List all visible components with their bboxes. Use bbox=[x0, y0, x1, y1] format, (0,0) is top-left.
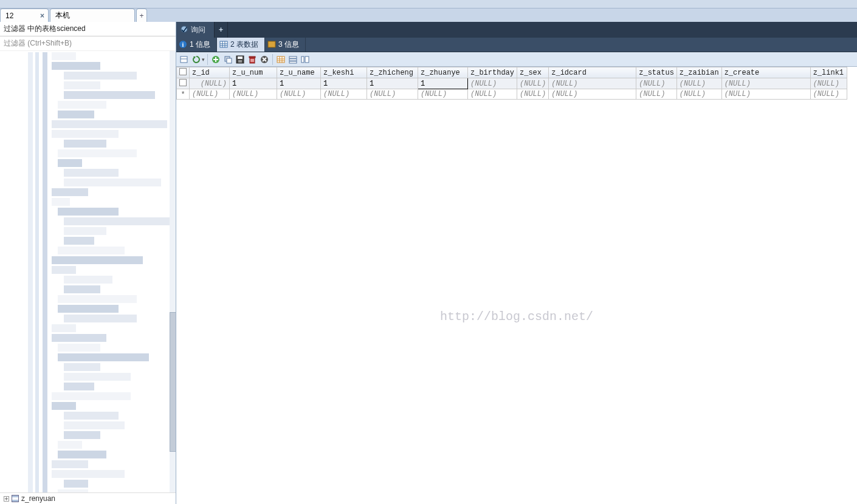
limit-rows-button[interactable] bbox=[179, 54, 190, 65]
duplicate-row-button[interactable] bbox=[222, 54, 233, 65]
svg-text:i: i bbox=[182, 41, 184, 48]
cell[interactable]: (NULL) bbox=[367, 89, 418, 100]
cell[interactable]: (NULL) bbox=[676, 89, 721, 100]
table-icon bbox=[12, 495, 19, 502]
info-icon: i bbox=[179, 40, 187, 49]
subtab-info3[interactable]: 3 信息 bbox=[265, 38, 306, 52]
row-marker[interactable] bbox=[177, 78, 190, 89]
app-icon-toolbar bbox=[0, 0, 857, 9]
query-tabs: 询问 + bbox=[176, 22, 857, 38]
sidebar-header: 过滤器 中的表格scienced bbox=[0, 22, 176, 36]
sidebar: 过滤器 中的表格scienced 过滤器 (Ctrl+Shift+B) + z_… bbox=[0, 22, 176, 504]
cell[interactable]: (NULL) bbox=[636, 78, 677, 89]
query-tab[interactable]: 询问 bbox=[176, 22, 215, 38]
view-grid-button[interactable] bbox=[275, 54, 286, 65]
cell[interactable]: 1 bbox=[277, 78, 321, 89]
cell[interactable]: (NULL) bbox=[810, 78, 847, 89]
table-row[interactable]: *(NULL)(NULL)(NULL)(NULL)(NULL)(NULL)(NU… bbox=[177, 89, 847, 100]
column-header[interactable]: z_u_name bbox=[277, 67, 321, 78]
subtab-info1[interactable]: i 1 信息 bbox=[176, 38, 217, 52]
data-grid[interactable]: z_idz_u_numz_u_namez_keshiz_zhichengz_zh… bbox=[176, 67, 857, 504]
column-header[interactable]: z_zaibian bbox=[676, 67, 721, 78]
cell[interactable]: (NULL) bbox=[230, 89, 277, 100]
row-marker[interactable]: * bbox=[177, 89, 190, 100]
column-header[interactable]: z_create bbox=[721, 67, 810, 78]
scrollbar[interactable] bbox=[170, 51, 176, 492]
new-query-button[interactable]: + bbox=[215, 22, 228, 38]
cell[interactable]: (NULL) bbox=[549, 89, 636, 100]
column-header[interactable]: z_id bbox=[190, 67, 230, 78]
session-tab-label: 12 bbox=[5, 12, 13, 20]
cell[interactable]: 1 bbox=[367, 78, 418, 89]
cell[interactable]: 1 bbox=[418, 78, 468, 89]
svg-rect-18 bbox=[238, 56, 243, 59]
cell[interactable]: (NULL) bbox=[810, 89, 847, 100]
svg-rect-3 bbox=[220, 41, 227, 47]
new-session-button[interactable]: + bbox=[136, 9, 147, 22]
tree-item-label[interactable]: z_renyuan bbox=[21, 494, 55, 503]
column-header[interactable]: z_u_num bbox=[230, 67, 277, 78]
column-header[interactable]: z_sex bbox=[517, 67, 549, 78]
query-icon bbox=[180, 25, 188, 33]
subtab-label: 3 信息 bbox=[278, 39, 299, 50]
cell[interactable]: (NULL) bbox=[190, 78, 230, 89]
view-form-button[interactable] bbox=[287, 54, 298, 65]
cell[interactable]: (NULL) bbox=[636, 89, 677, 100]
cell[interactable]: (NULL) bbox=[517, 78, 549, 89]
info3-icon bbox=[267, 40, 276, 49]
column-header[interactable]: z_link1 bbox=[810, 67, 847, 78]
query-tab-label: 询问 bbox=[191, 25, 205, 35]
cell[interactable]: (NULL) bbox=[277, 89, 321, 100]
dropdown-icon[interactable]: ▾ bbox=[202, 56, 205, 63]
view-text-button[interactable] bbox=[300, 54, 311, 65]
delete-row-button[interactable] bbox=[247, 54, 258, 65]
svg-rect-33 bbox=[289, 56, 297, 58]
svg-rect-34 bbox=[289, 59, 297, 61]
result-subtabs: i 1 信息 2 表数据 3 信息 bbox=[176, 38, 857, 52]
cell[interactable]: (NULL) bbox=[721, 89, 810, 100]
cell[interactable]: (NULL) bbox=[517, 89, 549, 100]
tree-footer: + z_renyuan bbox=[0, 492, 176, 504]
cell[interactable]: (NULL) bbox=[468, 78, 517, 89]
cancel-button[interactable] bbox=[259, 54, 270, 65]
subtab-label: 2 表数据 bbox=[230, 39, 258, 50]
svg-rect-28 bbox=[277, 56, 284, 63]
column-header[interactable]: z_birthday bbox=[468, 67, 517, 78]
save-button[interactable] bbox=[235, 54, 246, 65]
column-header[interactable]: z_zhuanye bbox=[418, 67, 468, 78]
svg-rect-37 bbox=[305, 56, 309, 63]
add-row-button[interactable] bbox=[210, 54, 221, 65]
column-header[interactable]: z_zhicheng bbox=[367, 67, 418, 78]
session-tab-12[interactable]: 12 × bbox=[0, 9, 49, 22]
refresh-button[interactable] bbox=[191, 54, 202, 65]
cell[interactable]: 1 bbox=[321, 78, 367, 89]
expand-icon[interactable]: + bbox=[4, 496, 9, 502]
svg-rect-36 bbox=[301, 56, 304, 63]
table-row[interactable]: (NULL)11111(NULL)(NULL)(NULL)(NULL)(NULL… bbox=[177, 78, 847, 89]
close-icon[interactable]: × bbox=[40, 12, 44, 20]
svg-rect-16 bbox=[227, 58, 232, 63]
cell[interactable]: (NULL) bbox=[549, 78, 636, 89]
cell[interactable]: (NULL) bbox=[676, 78, 721, 89]
session-tab-local[interactable]: 本机 bbox=[50, 9, 135, 22]
session-tab-label: 本机 bbox=[55, 10, 70, 21]
cell[interactable]: (NULL) bbox=[721, 78, 810, 89]
grid-toolbar: ▾ bbox=[176, 52, 857, 67]
cell[interactable]: (NULL) bbox=[190, 89, 230, 100]
svg-rect-8 bbox=[268, 41, 275, 47]
grid-icon bbox=[219, 40, 228, 49]
column-header[interactable]: z_keshi bbox=[321, 67, 367, 78]
column-header[interactable]: z_idcard bbox=[549, 67, 636, 78]
select-all-checkbox[interactable] bbox=[177, 67, 190, 78]
database-tree[interactable] bbox=[0, 51, 176, 492]
sidebar-filter-input[interactable]: 过滤器 (Ctrl+Shift+B) bbox=[0, 36, 176, 51]
subtab-label: 1 信息 bbox=[190, 39, 210, 50]
cell[interactable]: 1 bbox=[230, 78, 277, 89]
scrollbar-thumb[interactable] bbox=[170, 312, 176, 452]
column-header[interactable]: z_status bbox=[636, 67, 677, 78]
cell[interactable]: (NULL) bbox=[468, 89, 517, 100]
cell[interactable]: (NULL) bbox=[418, 89, 468, 100]
subtab-tabledata[interactable]: 2 表数据 bbox=[217, 38, 265, 52]
svg-rect-21 bbox=[249, 56, 255, 58]
cell[interactable]: (NULL) bbox=[321, 89, 367, 100]
